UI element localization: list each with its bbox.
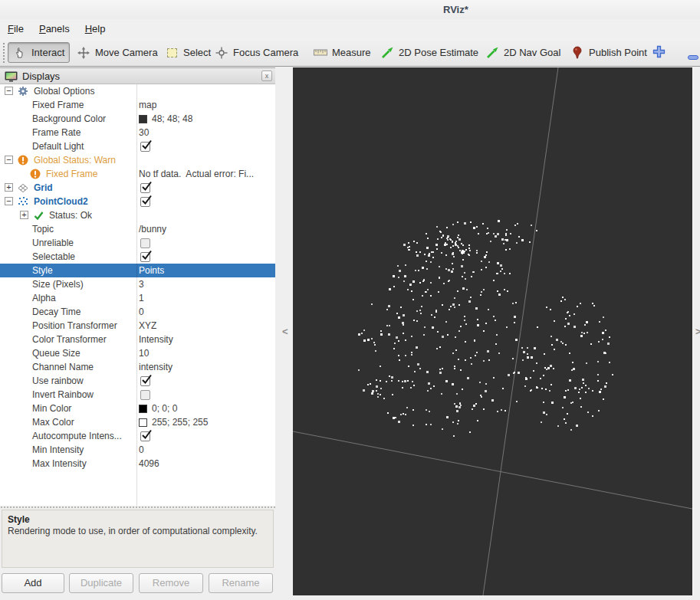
tree-row-invert-rainbow[interactable]: Invert Rainbow	[0, 388, 275, 402]
menu-file[interactable]: File	[0, 20, 31, 38]
remove-button[interactable]: Remove	[139, 573, 203, 593]
tree-row-value[interactable]: 3	[139, 277, 144, 291]
tree-row-unreliable[interactable]: Unreliable	[0, 236, 275, 250]
tree-row-value[interactable]	[139, 181, 150, 195]
tree-row-value[interactable]	[139, 429, 150, 443]
tree-row-value[interactable]	[139, 374, 150, 388]
color-swatch[interactable]	[139, 115, 147, 123]
toolbar-overflow-button[interactable]	[688, 49, 698, 63]
tree-row-value[interactable]: 48; 48; 48	[139, 112, 192, 126]
add-tool-button[interactable]	[652, 45, 665, 61]
menu-help[interactable]: Help	[77, 20, 113, 38]
tree-row-autocompute-intens[interactable]: Autocompute Intens...	[0, 429, 275, 443]
tree-row-value[interactable]	[139, 236, 150, 250]
menu-panels[interactable]: Panels	[31, 20, 77, 38]
duplicate-button[interactable]: Duplicate	[69, 573, 133, 593]
tree-row-value[interactable]: No tf data. Actual error: Fi...	[139, 167, 254, 181]
help-text: Rendering mode to use, in order of compu…	[8, 526, 262, 537]
chevron-right-icon[interactable]: >	[695, 326, 700, 337]
tree-row-background-color[interactable]: Background Color48; 48; 48	[0, 112, 275, 126]
close-icon[interactable]: x	[261, 70, 272, 81]
tree-column-divider[interactable]	[136, 84, 137, 506]
tree-row-color-transformer[interactable]: Color TransformerIntensity	[0, 333, 275, 346]
tool-select[interactable]: Select	[160, 42, 215, 63]
tool-move-camera[interactable]: Move Camera	[72, 42, 163, 63]
tree-row-fixed-frame[interactable]: Fixed Framemap	[0, 98, 275, 112]
tree-row-global-options[interactable]: −Global Options	[0, 84, 275, 98]
tree-row-use-rainbow[interactable]: Use rainbow	[0, 374, 275, 388]
rename-button[interactable]: Rename	[209, 573, 273, 593]
tree-expander-icon[interactable]: +	[5, 183, 13, 192]
tree-row-value[interactable]: 30	[139, 126, 149, 139]
tree-row-selectable[interactable]: Selectable	[0, 250, 275, 264]
tree-row-value[interactable]: 10	[139, 346, 149, 360]
tree-row-value[interactable]: 0	[139, 305, 144, 319]
toolbar-drag-handle-icon[interactable]	[2, 42, 5, 63]
tool-publish-point[interactable]: Publish Point	[566, 42, 652, 63]
tree-row-value[interactable]: 4096	[139, 457, 159, 470]
title-bar[interactable]: RViz*	[0, 0, 700, 19]
tree-row-value[interactable]: Points	[139, 264, 164, 277]
chevron-left-icon[interactable]: <	[282, 326, 288, 337]
tree-row-min-intensity[interactable]: Min Intensity0	[0, 443, 275, 457]
tree-row-topic[interactable]: Topic/bunny	[0, 222, 275, 236]
tree-row-value[interactable]: 255; 255; 255	[139, 415, 208, 429]
tree-row-max-intensity[interactable]: Max Intensity4096	[0, 457, 275, 470]
tree-row-fixed-frame[interactable]: Fixed FrameNo tf data. Actual error: Fi.…	[0, 167, 275, 181]
tree-row-queue-size[interactable]: Queue Size10	[0, 346, 275, 360]
checkbox-checked[interactable]	[140, 197, 150, 207]
tree-row-value[interactable]	[139, 139, 150, 153]
tree-row-grid[interactable]: +Grid	[0, 181, 275, 195]
checkbox-checked[interactable]	[140, 376, 150, 386]
hand-cursor-icon	[13, 46, 27, 60]
tree-row-value[interactable]	[139, 195, 150, 208]
tree-row-max-color[interactable]: Max Color255; 255; 255	[0, 415, 275, 429]
checkbox-checked[interactable]	[140, 431, 150, 441]
tree-row-channel-name[interactable]: Channel Nameintensity	[0, 360, 275, 374]
right-splitter[interactable]: >	[692, 67, 700, 595]
color-swatch[interactable]	[139, 418, 147, 427]
checkbox-unchecked[interactable]	[140, 238, 150, 248]
tree-row-value[interactable]: 0	[139, 443, 144, 457]
tree-row-value[interactable]: Intensity	[139, 333, 173, 346]
tree-expander-icon[interactable]: −	[5, 197, 13, 205]
tree-row-min-color[interactable]: Min Color0; 0; 0	[0, 402, 275, 415]
tree-row-frame-rate[interactable]: Frame Rate30	[0, 126, 275, 139]
tree-row-pointcloud2[interactable]: −PointCloud2	[0, 195, 275, 208]
checkbox-checked[interactable]	[140, 252, 150, 262]
tree-row-decay-time[interactable]: Decay Time0	[0, 305, 275, 319]
tree-row-position-transformer[interactable]: Position TransformerXYZ	[0, 319, 275, 333]
displays-panel-header[interactable]: Displays x	[0, 67, 275, 84]
checkbox-checked[interactable]	[140, 183, 150, 193]
tree-row-value[interactable]	[139, 250, 150, 264]
tree-row-alpha[interactable]: Alpha1	[0, 291, 275, 305]
tree-row-value[interactable]: /bunny	[139, 222, 166, 236]
tree-row-value[interactable]: XYZ	[139, 319, 156, 333]
3d-viewport-canvas[interactable]	[293, 67, 692, 595]
value-text: 1	[139, 291, 144, 305]
tree-row-value[interactable]: 1	[139, 291, 144, 305]
tool-2d-nav-goal[interactable]: 2D Nav Goal	[481, 42, 565, 63]
tree-row-style[interactable]: StylePoints	[0, 264, 275, 277]
tree-expander-icon[interactable]: −	[5, 87, 13, 95]
tree-row-value[interactable]: intensity	[139, 360, 173, 374]
tool-2d-pose-estimate[interactable]: 2D Pose Estimate	[376, 42, 483, 63]
add-button[interactable]: Add	[2, 573, 64, 593]
tool-interact[interactable]: Interact	[8, 42, 70, 63]
tree-row-value[interactable]: 0; 0; 0	[139, 402, 177, 415]
checkbox-unchecked[interactable]	[140, 390, 150, 400]
tree-row-default-light[interactable]: Default Light	[0, 139, 275, 153]
3d-viewport[interactable]	[293, 67, 692, 595]
tree-expander-icon[interactable]: −	[5, 156, 13, 164]
color-swatch[interactable]	[139, 405, 147, 413]
tree-row-value[interactable]: map	[139, 98, 156, 112]
tree-row-global-status-warn[interactable]: −Global Status: Warn	[0, 153, 275, 167]
tree-expander-icon[interactable]: +	[20, 211, 28, 219]
tool-focus-camera[interactable]: Focus Camera	[210, 42, 303, 63]
tree-row-size-pixels[interactable]: Size (Pixels)3	[0, 277, 275, 291]
tree-row-status-ok[interactable]: +Status: Ok	[0, 208, 275, 222]
tree-row-value[interactable]	[139, 388, 150, 402]
tool-measure[interactable]: Measure	[309, 42, 376, 63]
left-splitter[interactable]: <	[275, 67, 293, 595]
checkbox-checked[interactable]	[140, 142, 150, 152]
